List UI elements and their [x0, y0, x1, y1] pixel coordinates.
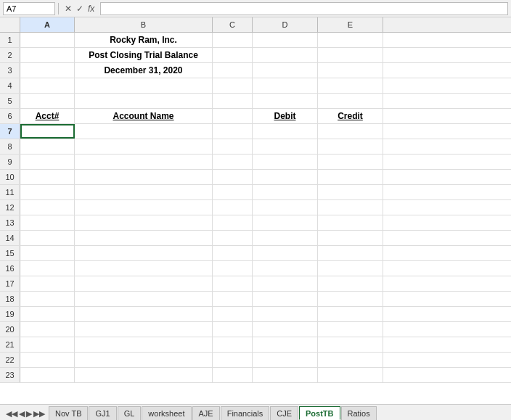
- cell-C23[interactable]: [213, 368, 253, 382]
- cell-A3[interactable]: [20, 63, 75, 78]
- cell-D16[interactable]: [253, 261, 318, 276]
- cell-D10[interactable]: [253, 170, 318, 184]
- cell-E23[interactable]: [318, 368, 383, 382]
- cell-C8[interactable]: [213, 139, 253, 154]
- cell-C1[interactable]: [213, 33, 253, 47]
- formula-input[interactable]: [100, 2, 508, 15]
- cell-E16[interactable]: [318, 261, 383, 276]
- cell-A6[interactable]: Acct#: [20, 109, 75, 123]
- cell-C13[interactable]: [213, 215, 253, 230]
- cell-D2[interactable]: [253, 48, 318, 62]
- cell-E4[interactable]: [318, 78, 383, 93]
- cell-B6[interactable]: Account Name: [75, 109, 213, 123]
- cell-A20[interactable]: [20, 322, 75, 337]
- cell-B21[interactable]: [75, 337, 213, 352]
- tab-prev-icon[interactable]: ◀: [19, 409, 25, 419]
- cell-E15[interactable]: [318, 246, 383, 260]
- cell-A5[interactable]: [20, 94, 75, 108]
- cell-B8[interactable]: [75, 139, 213, 154]
- tab-next-icon[interactable]: ▶: [26, 409, 32, 419]
- cell-A1[interactable]: [20, 33, 75, 47]
- cell-E19[interactable]: [318, 307, 383, 321]
- cell-A16[interactable]: [20, 261, 75, 276]
- sheet-tab-financials[interactable]: Financials: [221, 406, 270, 420]
- cell-E7[interactable]: [318, 124, 383, 139]
- cell-C3[interactable]: [213, 63, 253, 78]
- cell-E1[interactable]: [318, 33, 383, 47]
- cell-B16[interactable]: [75, 261, 213, 276]
- cell-A2[interactable]: [20, 48, 75, 62]
- cell-B9[interactable]: [75, 155, 213, 169]
- cell-C16[interactable]: [213, 261, 253, 276]
- cell-B7[interactable]: [75, 124, 213, 139]
- cell-A19[interactable]: [20, 307, 75, 321]
- cell-A7[interactable]: [20, 124, 75, 139]
- cell-D13[interactable]: [253, 215, 318, 230]
- cell-B14[interactable]: [75, 231, 213, 245]
- cell-D19[interactable]: [253, 307, 318, 321]
- cell-B22[interactable]: [75, 353, 213, 367]
- cell-B19[interactable]: [75, 307, 213, 321]
- cell-B10[interactable]: [75, 170, 213, 184]
- sheet-tab-gj1[interactable]: GJ1: [89, 406, 116, 420]
- cell-D23[interactable]: [253, 368, 318, 382]
- sheet-tab-gl[interactable]: GL: [118, 406, 142, 420]
- cell-A4[interactable]: [20, 78, 75, 93]
- cell-D4[interactable]: [253, 78, 318, 93]
- cell-E22[interactable]: [318, 353, 383, 367]
- cell-A8[interactable]: [20, 139, 75, 154]
- cell-D15[interactable]: [253, 246, 318, 260]
- cell-A9[interactable]: [20, 155, 75, 169]
- sheet-tab-ratios[interactable]: Ratios: [341, 406, 377, 420]
- cell-B23[interactable]: [75, 368, 213, 382]
- cell-C11[interactable]: [213, 185, 253, 199]
- cell-E10[interactable]: [318, 170, 383, 184]
- sheet-tab-worksheet[interactable]: worksheet: [142, 406, 191, 420]
- cell-B1[interactable]: Rocky Ram, Inc.: [75, 33, 213, 47]
- cell-C12[interactable]: [213, 200, 253, 215]
- cell-B3[interactable]: December 31, 2020: [75, 63, 213, 78]
- cell-B5[interactable]: [75, 94, 213, 108]
- cell-E21[interactable]: [318, 337, 383, 352]
- cell-C6[interactable]: [213, 109, 253, 123]
- cell-C2[interactable]: [213, 48, 253, 62]
- cell-D20[interactable]: [253, 322, 318, 337]
- cell-B18[interactable]: [75, 292, 213, 306]
- cell-A11[interactable]: [20, 185, 75, 199]
- col-header-B[interactable]: B: [75, 17, 213, 32]
- cell-C22[interactable]: [213, 353, 253, 367]
- cell-A22[interactable]: [20, 353, 75, 367]
- sheet-tab-posttb[interactable]: PostTB: [299, 406, 340, 420]
- cell-A23[interactable]: [20, 368, 75, 382]
- cell-D22[interactable]: [253, 353, 318, 367]
- cell-D6[interactable]: Debit: [253, 109, 318, 123]
- cell-C15[interactable]: [213, 246, 253, 260]
- cell-C20[interactable]: [213, 322, 253, 337]
- cell-E2[interactable]: [318, 48, 383, 62]
- cell-A21[interactable]: [20, 337, 75, 352]
- cell-D18[interactable]: [253, 292, 318, 306]
- cell-C14[interactable]: [213, 231, 253, 245]
- cell-D17[interactable]: [253, 276, 318, 291]
- cell-A15[interactable]: [20, 246, 75, 260]
- cell-D11[interactable]: [253, 185, 318, 199]
- cell-D12[interactable]: [253, 200, 318, 215]
- cell-C4[interactable]: [213, 78, 253, 93]
- col-header-D[interactable]: D: [253, 17, 318, 32]
- cell-D7[interactable]: [253, 124, 318, 139]
- cell-D14[interactable]: [253, 231, 318, 245]
- cell-C9[interactable]: [213, 155, 253, 169]
- cell-A12[interactable]: [20, 200, 75, 215]
- cell-B17[interactable]: [75, 276, 213, 291]
- cell-B2[interactable]: Post Closing Trial Balance: [75, 48, 213, 62]
- cell-C21[interactable]: [213, 337, 253, 352]
- cell-D3[interactable]: [253, 63, 318, 78]
- cell-B12[interactable]: [75, 200, 213, 215]
- cell-B11[interactable]: [75, 185, 213, 199]
- cell-E8[interactable]: [318, 139, 383, 154]
- cell-E11[interactable]: [318, 185, 383, 199]
- cell-C17[interactable]: [213, 276, 253, 291]
- cell-E3[interactable]: [318, 63, 383, 78]
- cell-D8[interactable]: [253, 139, 318, 154]
- cell-C10[interactable]: [213, 170, 253, 184]
